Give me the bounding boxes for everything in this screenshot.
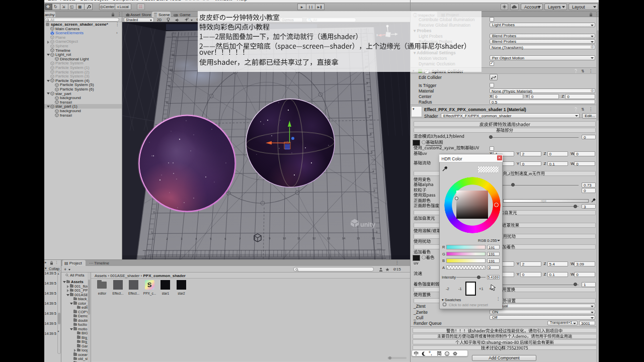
svg-text:10: 10 [170,68,173,71]
svg-text:unity: unity [360,221,375,228]
svg-text:14: 14 [342,237,346,240]
svg-text:13: 13 [327,237,331,240]
svg-text:12: 12 [312,237,316,240]
svg-text:10: 10 [283,237,286,240]
svg-text:11: 11 [297,237,301,240]
svg-text:11: 11 [172,53,175,56]
svg-text:15: 15 [357,237,360,240]
svg-text:16: 16 [372,237,375,240]
